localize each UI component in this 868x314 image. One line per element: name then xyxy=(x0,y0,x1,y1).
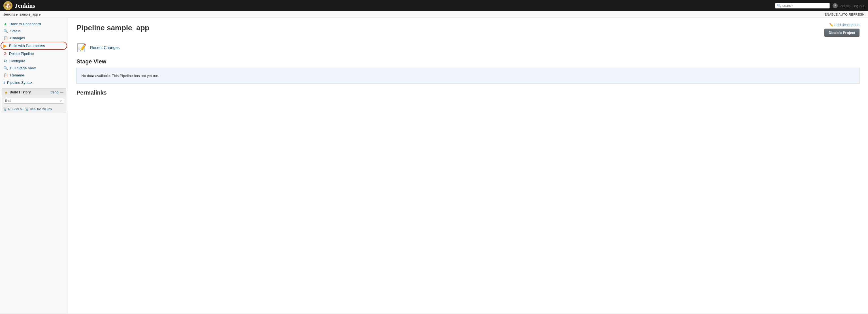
build-history-title: Build History xyxy=(10,90,49,94)
search-box: 🔍 xyxy=(775,3,830,8)
build-history-icon: ★ xyxy=(4,90,8,95)
breadcrumb: Jenkins ▶ sample_app ▶ ENABLE AUTO REFRE… xyxy=(0,11,868,18)
recent-changes-section: 📝 Recent Changes xyxy=(76,42,860,53)
header: 🐶 Jenkins 🔍 ? admin | log out xyxy=(0,0,868,11)
permalinks-title: Permalinks xyxy=(76,90,860,96)
stage-view-section: Stage View No data available. This Pipel… xyxy=(76,58,860,84)
sidebar-item-full-stage-view[interactable]: 🔍 Full Stage View xyxy=(0,65,68,72)
find-input-wrapper: × xyxy=(4,98,64,104)
rss-all-link[interactable]: 📡 RSS for all xyxy=(3,107,23,111)
pencil-icon: ✏️ xyxy=(829,23,833,27)
rss-all-icon: 📡 xyxy=(3,107,7,111)
search-icon: 🔍 xyxy=(777,4,781,8)
build-icon: ▶ xyxy=(3,43,7,49)
build-history-header: ★ Build History trend — xyxy=(2,89,66,96)
recent-changes-link[interactable]: Recent Changes xyxy=(90,45,120,50)
header-right: 🔍 ? admin | log out xyxy=(775,3,865,8)
breadcrumb-app[interactable]: sample_app xyxy=(20,12,38,17)
rss-failures-link[interactable]: 📡 RSS for failures xyxy=(25,107,52,111)
help-button[interactable]: ? xyxy=(833,3,838,8)
username-label: admin xyxy=(840,4,850,8)
search-input[interactable] xyxy=(782,4,828,8)
delete-icon: ⊘ xyxy=(3,51,7,56)
find-clear-button[interactable]: × xyxy=(60,99,63,103)
notepad-icon: 📝 xyxy=(76,42,87,53)
changes-label[interactable]: Changes xyxy=(10,36,25,40)
gear-icon: ⚙ xyxy=(3,59,7,63)
status-icon: 🔍 xyxy=(3,29,8,33)
sidebar: ▲ Back to Dashboard 🔍 Status 📋 Changes ▶… xyxy=(0,18,68,313)
logout-link[interactable]: log out xyxy=(854,4,865,8)
delete-pipeline-label[interactable]: Delete Pipeline xyxy=(9,52,34,56)
status-label[interactable]: Status xyxy=(10,29,21,33)
main-layout: ▲ Back to Dashboard 🔍 Status 📋 Changes ▶… xyxy=(0,18,868,313)
build-history-panel: ★ Build History trend — × 📡 RSS for all … xyxy=(2,88,66,113)
rename-label[interactable]: Rename xyxy=(10,73,24,77)
find-input[interactable] xyxy=(5,99,60,103)
jenkins-logo: 🐶 xyxy=(3,1,12,10)
sidebar-item-rename[interactable]: 📋 Rename xyxy=(0,72,68,79)
enable-auto-refresh-link[interactable]: ENABLE AUTO REFRESH xyxy=(825,13,865,16)
disable-project-button[interactable]: Disable Project xyxy=(825,29,860,37)
content-area: Pipeline sample_app ✏️ add description D… xyxy=(68,18,868,313)
breadcrumb-sep2: ▶ xyxy=(39,13,41,16)
syntax-icon: ℹ xyxy=(3,80,5,85)
stage-icon: 🔍 xyxy=(3,66,8,70)
stage-view-box: No data available. This Pipeline has not… xyxy=(76,68,860,84)
stage-view-empty-message: No data available. This Pipeline has not… xyxy=(81,74,159,78)
breadcrumb-sep1: ▶ xyxy=(16,13,19,16)
sidebar-item-delete-pipeline[interactable]: ⊘ Delete Pipeline xyxy=(0,50,68,57)
sidebar-item-build-with-parameters[interactable]: ▶ Build with Parameters xyxy=(0,42,68,50)
up-arrow-icon: ▲ xyxy=(3,22,7,26)
permalinks-section: Permalinks xyxy=(76,90,860,96)
sidebar-item-back-to-dashboard[interactable]: ▲ Back to Dashboard xyxy=(0,20,68,28)
rss-all-label: RSS for all xyxy=(8,107,23,111)
full-stage-view-label[interactable]: Full Stage View xyxy=(10,66,36,70)
separator: | xyxy=(851,4,852,8)
rename-icon: 📋 xyxy=(3,73,8,77)
build-history-trend-link[interactable]: trend xyxy=(51,90,58,94)
sidebar-item-pipeline-syntax[interactable]: ℹ Pipeline Syntax xyxy=(0,79,68,86)
add-description-label: add description xyxy=(835,23,860,27)
sidebar-item-changes[interactable]: 📋 Changes xyxy=(0,35,68,42)
app-title: Jenkins xyxy=(15,2,35,9)
stage-view-title: Stage View xyxy=(76,58,860,65)
user-area: admin | log out xyxy=(840,4,865,8)
pipeline-syntax-label[interactable]: Pipeline Syntax xyxy=(7,81,33,85)
breadcrumb-jenkins[interactable]: Jenkins xyxy=(3,12,15,17)
sidebar-item-configure[interactable]: ⚙ Configure xyxy=(0,57,68,65)
add-description-link[interactable]: ✏️ add description xyxy=(829,23,860,27)
content-actions: ✏️ add description Disable Project xyxy=(825,23,860,37)
rss-links: 📡 RSS for all 📡 RSS for failures xyxy=(2,105,66,113)
header-left: 🐶 Jenkins xyxy=(3,1,35,10)
build-with-parameters-label[interactable]: Build with Parameters xyxy=(9,43,45,48)
build-history-body: × xyxy=(2,96,66,105)
page-title: Pipeline sample_app xyxy=(76,24,860,32)
trend-dash: — xyxy=(60,90,63,94)
back-to-dashboard-label[interactable]: Back to Dashboard xyxy=(10,22,41,26)
sidebar-item-status[interactable]: 🔍 Status xyxy=(0,28,68,35)
changes-icon: 📋 xyxy=(3,36,8,40)
configure-label[interactable]: Configure xyxy=(9,59,25,63)
rss-failures-icon: 📡 xyxy=(25,107,29,111)
rss-failures-label: RSS for failures xyxy=(30,107,52,111)
